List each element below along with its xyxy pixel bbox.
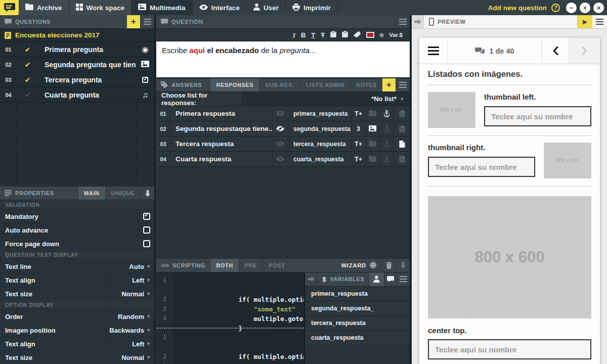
- scripting-tab[interactable]: POST: [263, 259, 290, 272]
- preview-collapse-button[interactable]: [412, 15, 424, 28]
- answer-row[interactable]: 01 Primera respuesta primera_respuesta T…: [156, 106, 410, 121]
- code-editor[interactable]: 1 if( multiple.optionx.label() ==: [156, 272, 304, 364]
- paste-text-button[interactable]: [330, 30, 336, 39]
- format-indicator[interactable]: T+: [355, 141, 362, 148]
- property-dropdown[interactable]: Backwards: [105, 324, 154, 337]
- anchor-icon[interactable]: [383, 140, 390, 148]
- answer-row[interactable]: 02 Segunda respuestaque tiene... segunda…: [156, 121, 410, 136]
- question-row[interactable]: 04 Cuarta pregunta: [0, 87, 154, 103]
- properties-tab[interactable]: UNIQUE: [105, 187, 140, 200]
- property-dropdown[interactable]: Left: [105, 337, 154, 350]
- answers-tab[interactable]: RESPONSES: [210, 78, 259, 92]
- menu-button[interactable]: Multimedia: [132, 0, 193, 15]
- visibility-eye-icon[interactable]: [276, 126, 284, 131]
- format-indicator[interactable]: 3: [357, 125, 360, 132]
- property-dropdown[interactable]: Left: [105, 274, 154, 287]
- page-icon[interactable]: [399, 110, 405, 117]
- property-dropdown[interactable]: Normal: [105, 351, 154, 364]
- window-button[interactable]: −: [566, 3, 577, 13]
- thumbnail-left-name-input[interactable]: [484, 106, 591, 126]
- add-question-button[interactable]: [127, 15, 140, 28]
- bold-button[interactable]: B: [301, 32, 306, 38]
- next-question-button[interactable]: [569, 38, 600, 64]
- visibility-eye-icon[interactable]: [276, 111, 284, 116]
- eraser-icon[interactable]: [354, 30, 361, 39]
- answer-variable-name[interactable]: cuarta_respuesta: [288, 152, 351, 166]
- menu-button[interactable]: Archive: [19, 0, 69, 15]
- variables-comment-tab[interactable]: [384, 272, 397, 286]
- visibility-eye-icon[interactable]: [276, 141, 284, 147]
- delete-script-button[interactable]: [381, 259, 396, 272]
- preview-nav-menu-button[interactable]: [419, 38, 448, 64]
- scripting-collapse-button[interactable]: [396, 259, 410, 272]
- center-top-name-input[interactable]: [428, 339, 591, 359]
- answers-menu-button[interactable]: [396, 78, 410, 92]
- thumbnail-right-name-input[interactable]: [428, 157, 535, 177]
- help-button[interactable]: ?: [551, 4, 560, 12]
- add-answer-button[interactable]: [382, 78, 396, 92]
- window-button[interactable]: ×: [593, 3, 604, 13]
- strikethrough-button[interactable]: T: [321, 32, 325, 38]
- menu-button[interactable]: Interface: [193, 0, 247, 15]
- underline-button[interactable]: T: [311, 32, 315, 38]
- page-icon[interactable]: [399, 125, 405, 132]
- answers-tab[interactable]: SUB-RES.: [259, 78, 299, 92]
- question-row[interactable]: 03 Tercera pregunta: [0, 72, 154, 87]
- text-color-swatch[interactable]: [366, 32, 374, 38]
- page-icon[interactable]: [399, 141, 405, 148]
- answers-tab[interactable]: LISTS ADMIN: [300, 78, 350, 92]
- variable-item[interactable]: cuarta_respuesta: [305, 331, 410, 345]
- page-icon[interactable]: [399, 156, 405, 163]
- scripting-tab[interactable]: BOTH: [210, 259, 239, 272]
- menu-button[interactable]: Work space: [69, 0, 132, 15]
- variables-user-tab[interactable]: [369, 272, 384, 286]
- answer-row[interactable]: 03 Tercera respuesta tercera_respuesta T…: [156, 136, 410, 152]
- media-icon[interactable]: [369, 124, 376, 133]
- questions-menu-button[interactable]: [140, 15, 154, 28]
- variables-collapse-button[interactable]: [305, 272, 318, 286]
- menu-button[interactable]: User: [247, 0, 286, 15]
- property-checkbox[interactable]: [143, 240, 150, 247]
- variable-item[interactable]: segunda_respuesta_: [305, 301, 410, 316]
- anchor-icon[interactable]: [383, 155, 390, 163]
- anchor-icon[interactable]: [383, 110, 390, 117]
- variable-item[interactable]: tercera_respuesta: [305, 316, 410, 331]
- variables-menu-button[interactable]: [397, 272, 410, 286]
- paste-plain-button[interactable]: [342, 30, 348, 39]
- anchor-icon[interactable]: [383, 125, 390, 132]
- question-row[interactable]: 02 Segunda pregunta que tiene...: [0, 57, 154, 72]
- media-icon[interactable]: [369, 109, 376, 118]
- answer-variable-name[interactable]: tercera_respuesta: [288, 136, 351, 151]
- insert-variable-button[interactable]: Var.$: [389, 32, 403, 38]
- format-indicator[interactable]: T+: [355, 110, 362, 117]
- question-menu-button[interactable]: [396, 15, 410, 28]
- italic-button[interactable]: I: [293, 32, 295, 38]
- property-checkbox[interactable]: [143, 213, 150, 220]
- menu-button[interactable]: Imprimir: [286, 0, 338, 15]
- answer-variable-name[interactable]: segunda_respuesta_: [288, 121, 351, 136]
- scripting-tab[interactable]: PRE: [239, 259, 263, 272]
- preview-play-button[interactable]: [577, 15, 592, 28]
- property-dropdown[interactable]: Normal: [105, 287, 154, 300]
- wizard-button[interactable]: WIZARD: [336, 259, 381, 272]
- properties-collapse-button[interactable]: [140, 187, 154, 200]
- format-indicator[interactable]: T+: [355, 156, 362, 163]
- media-icon[interactable]: [369, 155, 376, 164]
- preview-menu-button[interactable]: [592, 15, 607, 28]
- question-counter[interactable]: 1 de 40: [448, 38, 542, 64]
- visibility-eye-icon[interactable]: [276, 156, 284, 162]
- property-checkbox[interactable]: [143, 226, 150, 234]
- answers-tab[interactable]: NOTES: [350, 78, 382, 92]
- media-icon[interactable]: [369, 140, 376, 149]
- question-row[interactable]: 01 Primera pregunta: [0, 42, 154, 57]
- variable-item[interactable]: primera_respuesta: [305, 287, 410, 301]
- answer-variable-name[interactable]: primera_respuesta: [288, 106, 351, 121]
- window-button[interactable]: +: [580, 3, 590, 13]
- property-dropdown[interactable]: Auto: [105, 260, 154, 273]
- app-logo[interactable]: [0, 0, 19, 15]
- question-text-editor[interactable]: Escribe aquí el encabezado de la pregunt…: [156, 41, 410, 78]
- survey-title-row[interactable]: Encuesta elecciones 2017: [0, 29, 154, 42]
- answer-row[interactable]: 04 Cuarta respuesta cuarta_respuesta T+: [156, 152, 410, 167]
- properties-tab[interactable]: MAIN: [78, 187, 105, 200]
- add-new-question-button[interactable]: Add new question: [488, 4, 547, 12]
